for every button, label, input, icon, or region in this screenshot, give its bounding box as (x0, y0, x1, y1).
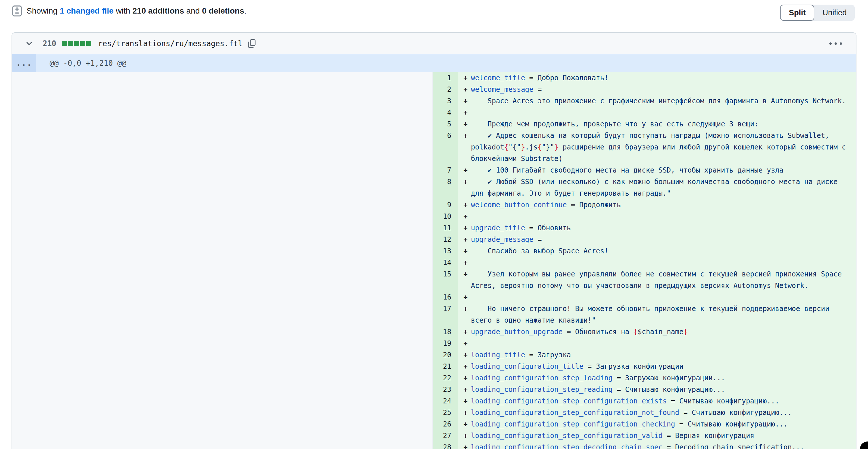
line-number[interactable]: 2 (433, 84, 458, 95)
diffstat-addition-square (80, 41, 85, 46)
code-line: Прежде чем продолжить, проверьте что у в… (471, 118, 856, 130)
diff-row-added: 13+ Спасибо за выбор Space Acres! (433, 245, 856, 257)
code-token-plain: = (663, 443, 675, 449)
line-number[interactable]: 18 (433, 326, 458, 338)
line-number[interactable]: 26 (433, 418, 458, 430)
diff-sign: + (458, 430, 471, 442)
code-line: Узел которым вы ранее управляли более не… (471, 268, 856, 292)
code-line: loading_configuration_title = Загрузка к… (471, 361, 856, 372)
diff-sign: + (458, 164, 471, 176)
line-number[interactable]: 17 (433, 303, 458, 326)
diff-pane-new: 1+welcome_title = Добро Пожаловать!2+wel… (433, 72, 856, 449)
line-number[interactable]: 4 (433, 107, 458, 118)
code-token-value: "}" (542, 143, 554, 151)
line-number[interactable]: 19 (433, 338, 458, 349)
code-line: loading_configuration_step_reading = Счи… (471, 384, 856, 395)
line-number[interactable]: 1 (433, 72, 458, 84)
code-token-plain: = (525, 351, 537, 359)
line-number[interactable]: 23 (433, 384, 458, 395)
diff-row-added: 26+loading_configuration_step_configurat… (433, 418, 856, 430)
code-token-value: Узел которым вы ранее управляли более не… (471, 270, 846, 290)
line-number[interactable]: 22 (433, 372, 458, 384)
diff-row-added: 7+ ✔ 100 Гигабайт свободного места на ди… (433, 164, 856, 176)
expand-hunk-button[interactable]: ... (12, 54, 36, 72)
diff-row-added: 25+loading_configuration_step_configurat… (433, 407, 856, 418)
code-line: loading_configuration_step_configuration… (471, 395, 856, 407)
diff-row-added: 14+ (433, 257, 856, 268)
code-token-plain: = (525, 74, 537, 82)
code-line: upgrade_button_upgrade = Обновиться на {… (471, 326, 856, 338)
line-number[interactable]: 27 (433, 430, 458, 442)
code-token-red: { (633, 328, 638, 336)
summary-and: and (184, 6, 202, 15)
file-header: 210 res/translations/ru/messages.ftl (12, 33, 856, 54)
code-token-value: Загрузка (537, 351, 571, 359)
diff-row-added: 11+upgrade_title = Обновить (433, 222, 856, 234)
code-line: Space Acres это приложение с графическим… (471, 95, 856, 107)
line-number[interactable]: 20 (433, 349, 458, 361)
diff-sign: + (458, 384, 471, 395)
line-number[interactable]: 28 (433, 442, 458, 449)
diff-row-added: 4+ (433, 107, 856, 118)
unified-view-button[interactable]: Unified (814, 5, 855, 21)
line-number[interactable]: 13 (433, 245, 458, 257)
code-token-key: loading_configuration_step_configuration… (471, 420, 675, 428)
line-number[interactable]: 21 (433, 361, 458, 372)
code-token-key: loading_configuration_step_configuration… (471, 409, 679, 417)
diff-row-added: 24+loading_configuration_step_configurat… (433, 395, 856, 407)
diff-sign: + (458, 268, 471, 292)
summary-prefix: Showing (27, 6, 60, 15)
hunk-header-row: ... @@ -0,0 +1,210 @@ (12, 54, 856, 72)
summary-additions: 210 additions (132, 6, 184, 15)
split-diff-body: 1+welcome_title = Добро Пожаловать!2+wel… (12, 72, 856, 449)
diff-row-added: 6+ ✔ Адрес кошелька на который будут пос… (433, 130, 856, 164)
code-line: Но ничего страшного! Вы можете обновить … (471, 303, 856, 326)
line-number[interactable]: 25 (433, 407, 458, 418)
code-line (471, 107, 856, 118)
line-number[interactable]: 5 (433, 118, 458, 130)
code-token-value: Прежде чем продолжить, проверьте что у в… (471, 120, 758, 128)
diff-row-added: 9+welcome_button_continue = Продолжить (433, 199, 856, 211)
diff-summary-bar: Showing 1 changed file with 210 addition… (0, 0, 868, 28)
line-number[interactable]: 7 (433, 164, 458, 176)
changed-file-link[interactable]: 1 changed file (60, 6, 114, 15)
summary-deletions: 0 deletions (202, 6, 244, 15)
code-token-value: $chain_name (638, 328, 683, 336)
line-number[interactable]: 14 (433, 257, 458, 268)
line-number[interactable]: 10 (433, 211, 458, 222)
line-number[interactable]: 12 (433, 234, 458, 245)
code-line: Спасибо за выбор Space Acres! (471, 245, 856, 257)
code-line (471, 211, 856, 222)
chevron-down-icon[interactable] (25, 39, 33, 48)
diff-sign: + (458, 349, 471, 361)
diff-sign: + (458, 442, 471, 449)
kebab-menu-icon[interactable] (827, 39, 845, 48)
line-number[interactable]: 16 (433, 292, 458, 303)
line-number[interactable]: 3 (433, 95, 458, 107)
code-token-red: { (504, 143, 508, 151)
copy-icon[interactable] (247, 39, 256, 48)
code-line: ✔ 100 Гигабайт свободного места на диске… (471, 164, 856, 176)
code-token-key: upgrade_title (471, 224, 525, 232)
diff-sign: + (458, 338, 471, 349)
code-line: loading_configuration_step_decoding_chai… (471, 442, 856, 449)
line-number[interactable]: 15 (433, 268, 458, 292)
diff-row-added: 10+ (433, 211, 856, 222)
split-view-button[interactable]: Split (780, 5, 814, 21)
line-number[interactable]: 8 (433, 176, 458, 199)
diff-row-added: 27+loading_configuration_step_configurat… (433, 430, 856, 442)
diff-sign: + (458, 222, 471, 234)
code-token-red: } (554, 143, 558, 151)
diffstat-addition-square (74, 41, 79, 46)
code-line: welcome_title = Добро Пожаловать! (471, 72, 856, 84)
line-number[interactable]: 9 (433, 199, 458, 211)
line-number[interactable]: 24 (433, 395, 458, 407)
code-token-key: welcome_title (471, 74, 525, 82)
diff-sign: + (458, 107, 471, 118)
diff-row-added: 1+welcome_title = Добро Пожаловать! (433, 72, 856, 84)
code-token-value: Считываю конфигурацию... (625, 386, 725, 394)
diff-sign: + (458, 211, 471, 222)
line-number[interactable]: 11 (433, 222, 458, 234)
code-token-key: welcome_message (471, 85, 533, 93)
line-number[interactable]: 6 (433, 130, 458, 164)
